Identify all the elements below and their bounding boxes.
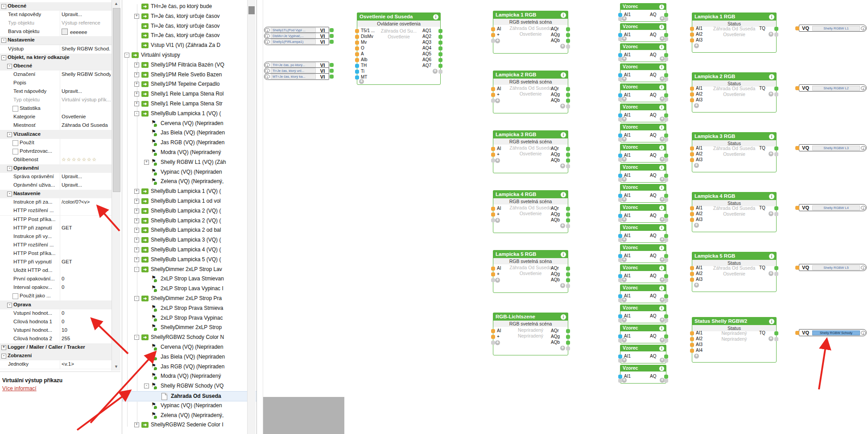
collapse-icon[interactable]: - [124, 53, 129, 58]
output-port-nub[interactable] [774, 87, 778, 91]
tree-item[interactable]: +➜ShellyBulb Lampicka 4 (VQ) ( [122, 245, 256, 255]
add-port-icon[interactable]: + [622, 317, 627, 322]
property-row[interactable]: -Vizualizace [0, 130, 112, 139]
input-port-nub[interactable] [690, 343, 694, 347]
info-icon[interactable]: i [265, 75, 270, 79]
spare-port-nub[interactable] [618, 158, 622, 162]
info-icon[interactable]: i [769, 134, 774, 139]
add-port-icon[interactable]: + [622, 197, 627, 202]
info-icon[interactable]: i [265, 40, 270, 44]
spare-port-nub[interactable] [491, 159, 495, 163]
spare-port-nub[interactable] [618, 138, 622, 142]
tree-scrollbar-thumb[interactable] [248, 6, 255, 14]
input-port-nub[interactable] [618, 355, 622, 359]
expand-icon[interactable]: + [134, 82, 139, 87]
input-port-nub[interactable] [690, 212, 694, 216]
property-row[interactable]: -Zobrazení [0, 352, 112, 361]
input-port-nub[interactable] [355, 29, 359, 33]
output-port-nub[interactable] [438, 41, 442, 45]
function-block-status[interactable]: Lampicka 5 RGBiStatusZáhrada Od SusedaOs… [692, 252, 777, 292]
output-reference-block[interactable]: VQShelly RGBW L3i [799, 144, 867, 151]
input-port-nub[interactable] [355, 52, 359, 56]
tree-item[interactable]: ⚑Jas RGB (VQ) (Nepriraden [122, 362, 256, 371]
expand-icon[interactable]: + [134, 247, 139, 252]
tree-item[interactable]: ➜Ti=Je čas, ktorý určuje časov [122, 31, 256, 40]
property-row[interactable]: Instrukce při vy... [0, 233, 112, 242]
property-value[interactable]: eeeeee [62, 29, 111, 35]
info-icon[interactable]: i [769, 319, 774, 324]
collapse-icon[interactable]: - [134, 335, 139, 340]
property-value[interactable]: ☆☆☆☆☆☆☆ [62, 157, 111, 163]
collapse-icon[interactable]: - [7, 132, 12, 137]
add-port-icon[interactable]: + [622, 277, 627, 282]
spare-port-nub[interactable] [438, 70, 442, 74]
add-port-icon[interactable]: + [694, 283, 699, 288]
spare-port-nub[interactable] [618, 218, 622, 222]
add-port-icon[interactable]: + [622, 157, 627, 162]
info-icon[interactable]: i [769, 254, 774, 259]
input-port-nub[interactable] [618, 375, 622, 379]
property-value[interactable]: Shelly RGBW Schod... [62, 46, 111, 51]
info-icon[interactable]: i [561, 132, 566, 138]
property-value[interactable]: 10 [62, 327, 111, 333]
function-block-formula[interactable]: VzoreciAI1AQ++ [620, 224, 666, 243]
function-block-rgb-scene[interactable]: Lampicka 2 RGBiRGB svetelná scénaZáhrada… [493, 71, 568, 113]
property-row[interactable]: KategorieOsvetlenie [0, 113, 112, 122]
output-port-nub[interactable] [664, 314, 668, 318]
tree-item[interactable]: ⚑Modra (VQ) (Nepriradený [122, 148, 256, 157]
expand-icon[interactable]: + [134, 101, 139, 106]
info-icon[interactable]: i [861, 266, 866, 270]
function-block-formula[interactable]: VzoreciAI1AQ++ [620, 305, 666, 323]
tree-item[interactable]: +➜ShellyBulb Lampicka 3 (VQ) ( [122, 235, 256, 245]
tree-item[interactable]: ⚑Cervena (VQ) (Nepriraden [122, 119, 256, 128]
add-port-icon[interactable]: + [622, 358, 627, 363]
output-port-nub[interactable] [566, 39, 570, 43]
add-port-icon[interactable]: + [622, 76, 627, 81]
output-reference-block[interactable]: VQShelly RGBW L2i [799, 84, 867, 92]
spare-port-nub[interactable] [618, 97, 622, 101]
tree-item[interactable]: ⚑Jas Biela (VQ) (Nepriraden [122, 128, 256, 138]
output-port-nub[interactable] [664, 355, 668, 359]
output-port-nub[interactable] [664, 93, 668, 97]
spare-port-nub[interactable] [491, 39, 495, 43]
property-row[interactable]: Uložit HTTP od... [0, 267, 112, 275]
add-port-icon[interactable]: + [622, 177, 627, 182]
input-port-nub[interactable] [690, 278, 694, 282]
property-row[interactable]: Vstupní hodnot...0 [0, 309, 112, 318]
info-icon[interactable]: i [659, 205, 664, 210]
input-port-nub[interactable] [690, 158, 694, 162]
spare-port-nub[interactable] [618, 258, 622, 262]
input-port-nub[interactable] [618, 334, 622, 338]
property-value[interactable]: Upravit... [62, 174, 111, 179]
spare-port-nub[interactable] [664, 158, 668, 162]
add-port-icon[interactable]: + [622, 217, 627, 222]
tree-item[interactable]: ⚑Cervena (VQ) (Nepriraden [122, 342, 256, 352]
output-port-nub[interactable] [566, 93, 570, 97]
output-port-nub[interactable] [438, 35, 442, 39]
output-port-nub[interactable] [566, 147, 570, 151]
spare-port-nub[interactable] [664, 238, 668, 242]
spare-port-nub[interactable] [618, 178, 622, 182]
info-icon[interactable]: i [861, 331, 866, 335]
property-row[interactable]: Jednotky<v.1> [0, 360, 112, 369]
output-port-nub[interactable] [664, 234, 668, 238]
spare-port-nub[interactable] [664, 57, 668, 61]
collapse-icon[interactable]: - [7, 303, 12, 308]
info-icon[interactable]: i [861, 26, 866, 30]
function-block-formula[interactable]: VzoreciAI1AQ++ [620, 345, 666, 363]
function-block-formula[interactable]: VzoreciAI1AQ++ [620, 164, 666, 183]
input-port-nub[interactable] [618, 294, 622, 298]
property-value[interactable]: 0 [62, 276, 111, 281]
property-row[interactable]: Text nápovědyUpravit... [0, 88, 112, 96]
input-port-nub[interactable] [355, 75, 359, 79]
output-port-nub[interactable] [664, 174, 668, 178]
info-icon[interactable]: i [861, 146, 866, 150]
property-row[interactable]: HTTP při zapnutíGET [0, 224, 112, 233]
spare-port-nub[interactable] [664, 77, 668, 81]
output-port-nub[interactable] [438, 64, 442, 68]
info-icon[interactable]: i [659, 105, 664, 110]
function-block-formula[interactable]: VzoreciAI1AQ++ [620, 63, 666, 82]
expand-icon[interactable]: + [134, 14, 139, 19]
input-port-nub[interactable] [491, 335, 495, 339]
output-port-nub[interactable] [566, 278, 570, 282]
